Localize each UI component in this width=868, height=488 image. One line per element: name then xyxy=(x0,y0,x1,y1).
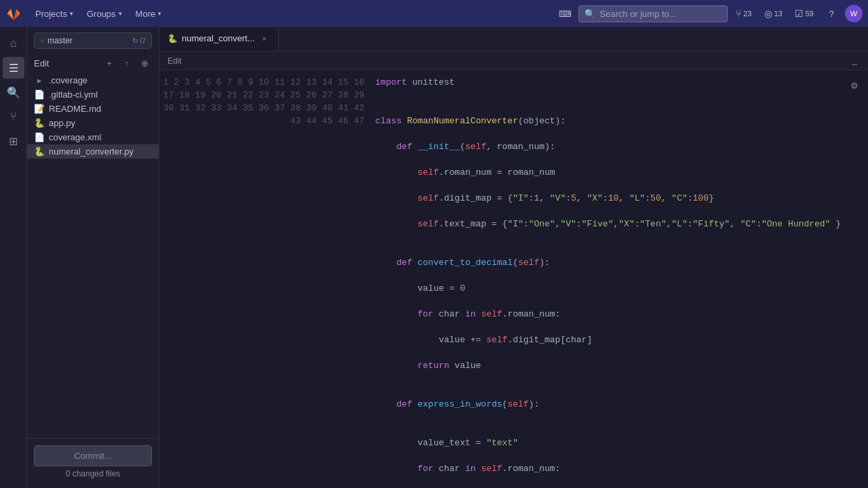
file-panel-icons: + ↑ ⊕ xyxy=(102,56,152,70)
files-icon[interactable]: ☰ xyxy=(3,57,24,79)
file-tree: ▸ .coverage 📄 .gitlab-ci.yml 📝 README.md… xyxy=(27,73,159,438)
code-content: import unittest class RomanNumeralConver… xyxy=(370,70,841,488)
navbar-right: ⌨ 🔍 ⑂ 23 ◎ 13 ☑ 59 ? W xyxy=(555,4,863,23)
collapse-icon[interactable]: – xyxy=(845,54,864,73)
editor-tab-numeral[interactable]: 🐍 numeral_convert... × xyxy=(159,27,279,51)
new-file-icon[interactable]: + xyxy=(102,56,117,70)
tab-filename: numeral_convert... xyxy=(182,33,255,43)
branch-name: master xyxy=(47,36,73,45)
line-numbers: 1 2 3 4 5 6 7 8 9 10 11 12 13 14 15 16 1… xyxy=(159,70,370,488)
commit-button[interactable]: Commit... xyxy=(34,445,152,466)
file-item-readme[interactable]: 📝 README.md xyxy=(27,102,159,116)
file-item-gitlab-ci[interactable]: 📄 .gitlab-ci.yml xyxy=(27,87,159,102)
editor-right-icons: – ⚙ xyxy=(841,52,868,95)
more-menu[interactable]: More ▾ xyxy=(130,6,167,22)
code-area[interactable]: 1 2 3 4 5 6 7 8 9 10 11 12 13 14 15 16 1… xyxy=(159,70,868,488)
file-item-numeral[interactable]: 🐍 numeral_converter.py xyxy=(27,144,159,159)
extensions-icon[interactable]: ⊞ xyxy=(3,130,24,152)
search-bar[interactable]: 🔍 xyxy=(578,5,728,22)
git-icon[interactable]: ⑂ xyxy=(3,106,24,127)
file-item-coverage[interactable]: ▸ .coverage xyxy=(27,73,159,87)
breadcrumb-bar: Edit xyxy=(159,52,868,70)
file-panel: ⑂ master ↻ l7 Edit + ↑ ⊕ ▸ .coverage 📄 .… xyxy=(27,27,159,488)
left-sidebar: ⌂ ☰ 🔍 ⑂ ⊞ xyxy=(0,27,27,488)
tab-python-icon: 🐍 xyxy=(167,34,178,43)
md-icon: 📝 xyxy=(34,104,45,114)
home-icon[interactable]: ⌂ xyxy=(3,33,24,54)
branch-icon: ⑂ xyxy=(40,37,45,45)
search-input[interactable] xyxy=(599,9,722,19)
search-icon: 🔍 xyxy=(585,9,595,19)
python-icon: 🐍 xyxy=(34,118,45,128)
commit-ref: ↻ l7 xyxy=(132,37,146,45)
yml-icon: 📄 xyxy=(34,89,45,100)
file-item-app[interactable]: 🐍 app.py xyxy=(27,116,159,130)
projects-chevron-icon: ▾ xyxy=(70,10,73,17)
commit-area: Commit... 0 changed files xyxy=(27,438,159,488)
new-folder-icon[interactable]: ⊕ xyxy=(137,56,152,70)
file-panel-actions: Edit + ↑ ⊕ xyxy=(27,54,159,73)
help-btn[interactable]: ? xyxy=(822,4,841,23)
more-chevron-icon: ▾ xyxy=(158,10,161,17)
main-content: 🐍 numeral_convert... × Edit – ⚙ 1 2 3 4 … xyxy=(159,27,868,488)
brand[interactable] xyxy=(5,5,22,22)
keyboard-shortcut-btn[interactable]: ⌨ xyxy=(555,4,574,23)
upload-icon[interactable]: ↑ xyxy=(119,56,134,70)
issues-icon: ◎ xyxy=(764,8,772,19)
file-panel-header: ⑂ master ↻ l7 xyxy=(27,27,159,54)
groups-menu[interactable]: Groups ▾ xyxy=(81,6,127,22)
user-avatar[interactable]: W xyxy=(845,5,863,22)
branch-selector[interactable]: ⑂ master ↻ l7 xyxy=(34,33,152,49)
issues-btn[interactable]: ◎ 13 xyxy=(760,4,787,23)
settings-icon[interactable]: ⚙ xyxy=(845,76,864,95)
merge-request-icon: ⑂ xyxy=(736,8,741,19)
xml-icon: 📄 xyxy=(34,132,45,142)
groups-chevron-icon: ▾ xyxy=(119,10,122,17)
gitlab-logo-icon xyxy=(5,5,22,22)
navbar: Projects ▾ Groups ▾ More ▾ ⌨ 🔍 ⑂ 23 ◎ 13… xyxy=(0,0,868,27)
merge-requests-btn[interactable]: ⑂ 23 xyxy=(732,4,755,23)
commit-icon: ↻ xyxy=(132,37,138,45)
tab-bar: 🐍 numeral_convert... × xyxy=(159,27,868,52)
changed-files-label: 0 changed files xyxy=(34,466,152,481)
file-item-coverage-xml[interactable]: 📄 coverage.xml xyxy=(27,130,159,144)
search-sidebar-icon[interactable]: 🔍 xyxy=(3,81,24,103)
projects-menu[interactable]: Projects ▾ xyxy=(30,6,79,22)
todos-btn[interactable]: ☑ 59 xyxy=(791,4,818,23)
folder-icon: ▸ xyxy=(34,75,45,85)
tab-close-button[interactable]: × xyxy=(259,33,270,44)
breadcrumb: Edit xyxy=(167,56,182,66)
file-panel-label: Edit xyxy=(34,58,49,68)
todo-icon: ☑ xyxy=(795,8,804,19)
help-icon: ? xyxy=(829,9,833,19)
python-active-icon: 🐍 xyxy=(34,146,45,157)
